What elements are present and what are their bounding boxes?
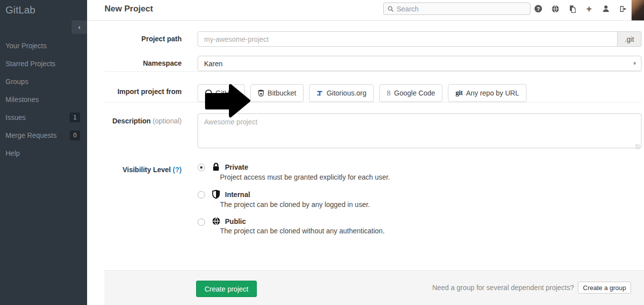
page-title: New Project <box>105 4 153 14</box>
internal-radio[interactable] <box>198 191 205 199</box>
create-project-button[interactable]: Create project <box>196 281 257 297</box>
user-avatar[interactable] <box>632 0 644 20</box>
merge-requests-count-badge: 0 <box>70 130 80 140</box>
lock-icon <box>212 162 220 172</box>
visibility-option-private: Private Project access must be granted e… <box>198 162 642 181</box>
gitorious-icon <box>317 90 323 97</box>
globe-icon[interactable] <box>551 4 559 13</box>
git-icon: git <box>455 89 462 97</box>
import-bitbucket-button[interactable]: Bitbucket <box>250 84 304 102</box>
gitlab-logo[interactable]: GitLab <box>0 0 87 16</box>
import-google-code-button[interactable]: 8 Google Code <box>379 84 442 102</box>
import-project-from-label: Import project from <box>105 84 182 96</box>
google-code-icon: 8 <box>387 89 391 98</box>
create-group-button[interactable]: Create a group <box>578 282 631 294</box>
search-input[interactable] <box>397 5 526 13</box>
new-project-form: Project path .git Namespace Karen ▾ <box>87 31 644 243</box>
sidebar-item-starred-projects[interactable]: Starred Projects <box>0 55 87 73</box>
textarea-resize-grip[interactable] <box>636 144 641 149</box>
github-icon <box>205 90 212 97</box>
namespace-select[interactable]: Karen ▾ <box>198 56 642 71</box>
sidebar-item-issues[interactable]: Issues 1 <box>0 108 87 126</box>
project-path-input[interactable] <box>198 31 618 47</box>
namespace-selected-value: Karen <box>204 60 222 68</box>
issues-count-badge: 1 <box>70 112 80 122</box>
visibility-help-link[interactable]: (?) <box>173 166 182 174</box>
shield-icon <box>212 190 220 199</box>
globe-icon <box>212 217 220 225</box>
sidebar: GitLab ‹ Your Projects Starred Projects … <box>0 0 87 305</box>
import-gitorious-button[interactable]: Gitorious.org <box>309 84 374 102</box>
search-icon <box>388 6 394 12</box>
new-project-page: GitLab ‹ Your Projects Starred Projects … <box>0 0 644 305</box>
optional-hint: (optional) <box>153 117 182 125</box>
visibility-level-label: Visibility Level (?) <box>105 162 182 174</box>
visibility-option-internal: Internal The project can be cloned by an… <box>198 190 642 208</box>
bitbucket-icon <box>258 90 264 97</box>
top-header: New Project ? + <box>87 0 644 21</box>
description-label: Description (optional) <box>105 113 182 125</box>
snippets-copy-icon[interactable] <box>568 4 576 13</box>
git-suffix-addon: .git <box>618 31 642 47</box>
sidebar-item-your-projects[interactable]: Your Projects <box>0 37 87 55</box>
private-radio[interactable] <box>198 164 205 171</box>
profile-user-icon[interactable] <box>602 4 610 13</box>
import-buttons-group: GitHub Bitbucket Gitorious <box>198 84 642 102</box>
sign-out-icon[interactable] <box>619 4 627 13</box>
sidebar-item-merge-requests[interactable]: Merge Requests 0 <box>0 126 87 144</box>
project-path-label: Project path <box>105 31 182 43</box>
sidebar-item-help[interactable]: Help <box>0 144 87 162</box>
namespace-label: Namespace <box>105 56 182 67</box>
sidebar-item-milestones[interactable]: Milestones <box>0 91 87 108</box>
new-project-plus-icon[interactable]: + <box>585 4 593 13</box>
sidebar-collapse-button[interactable]: ‹ <box>72 20 87 34</box>
sidebar-item-groups[interactable]: Groups <box>0 73 87 91</box>
form-actions-footer: Create project Need a group for several … <box>105 270 644 305</box>
section-divider <box>105 71 642 72</box>
search-box[interactable] <box>383 2 531 15</box>
header-icons: ? + <box>534 4 627 13</box>
public-radio[interactable] <box>198 218 205 226</box>
sidebar-nav: Your Projects Starred Projects Groups Mi… <box>0 37 87 162</box>
chevron-down-icon: ▾ <box>633 60 636 67</box>
help-icon[interactable]: ? <box>534 4 542 13</box>
description-textarea[interactable] <box>198 113 642 148</box>
import-any-repo-button[interactable]: git Any repo by URL <box>448 84 527 102</box>
import-github-button[interactable]: GitHub <box>198 84 245 102</box>
visibility-option-public: Public The project can be cloned without… <box>198 217 642 235</box>
main-content: Project path .git Namespace Karen ▾ <box>87 21 644 305</box>
group-hint-text: Need a group for several dependent proje… <box>432 284 574 292</box>
chevron-left-icon: ‹ <box>78 23 80 31</box>
section-divider <box>105 102 642 102</box>
